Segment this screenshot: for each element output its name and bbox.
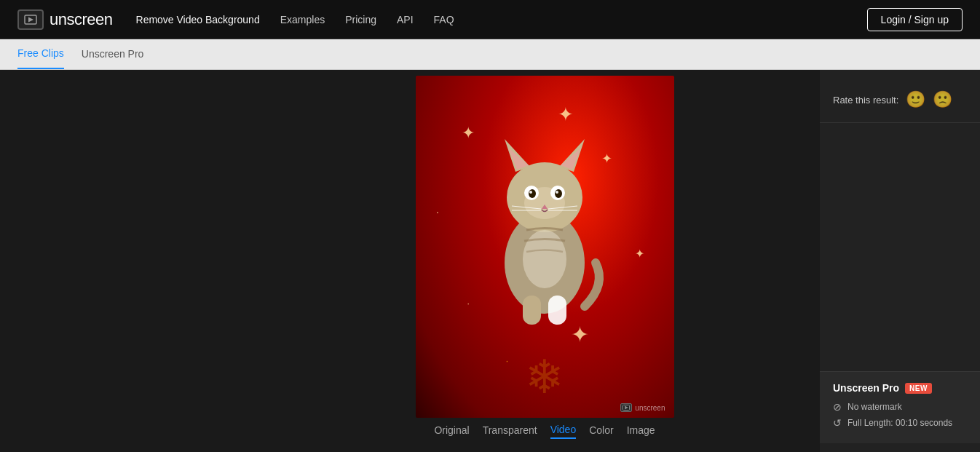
no-watermark-text: No watermark [847,402,902,412]
new-badge: NEW [905,383,932,394]
nav-link-pricing[interactable]: Pricing [345,14,376,25]
rate-section: Rate this result: 🙂 🙁 [820,79,980,123]
right-panel: Rate this result: 🙂 🙁 Unscreen Pro NEW ⊘… [820,70,980,452]
nav-link-remove-video[interactable]: Remove Video Background [136,14,260,25]
logo-icon [17,9,44,30]
video-container: ✦ ✦ ✦ · ✦ · ✦ · [416,76,674,418]
svg-point-11 [529,189,536,198]
pro-section: Unscreen Pro NEW ⊘ No watermark ↺ Full L… [820,371,980,443]
tab-image[interactable]: Image [627,424,655,438]
watermark-logo-icon [620,403,632,412]
navbar: unscreen Remove Video Background Example… [0,0,980,39]
full-length-text: Full Length: 00:10 seconds [847,418,952,428]
nav-link-faq[interactable]: FAQ [434,14,454,25]
nav-link-examples[interactable]: Examples [280,14,325,25]
right-inner: Rate this result: 🙂 🙁 Unscreen Pro NEW ⊘… [820,79,980,443]
snowflake-ornament: ❄ [525,350,564,404]
tab-transparent[interactable]: Transparent [483,424,537,438]
svg-rect-20 [523,296,541,325]
no-watermark-icon: ⊘ [833,401,842,413]
rate-sad-button[interactable]: 🙁 [933,90,952,109]
logo[interactable]: unscreen [17,9,113,30]
pro-feature-no-watermark: ⊘ No watermark [833,401,967,413]
center-panel: ✦ ✦ ✦ · ✦ · ✦ · [269,70,820,452]
rate-happy-button[interactable]: 🙂 [906,90,925,109]
watermark-text: unscreen [635,404,665,412]
sparkle-5: ✦ [635,247,644,261]
login-button[interactable]: Login / Sign up [867,8,963,31]
subnav-free-clips[interactable]: Free Clips [17,39,64,69]
rate-label: Rate this result: [833,95,898,106]
cat-image [472,110,617,343]
svg-marker-1 [28,17,33,22]
subnav-unscreen-pro[interactable]: Unscreen Pro [82,39,144,69]
sparkle-8: · [506,356,508,366]
nav-left: unscreen Remove Video Background Example… [17,9,454,30]
nav-links: Remove Video Background Examples Pricing… [136,14,454,25]
left-panel [0,70,269,452]
sparkle-6: · [467,298,470,309]
full-length-icon: ↺ [833,417,842,429]
svg-point-14 [556,191,558,194]
main-content: ✦ ✦ ✦ · ✦ · ✦ · [0,70,980,452]
tab-video[interactable]: Video [550,424,577,439]
tab-color[interactable]: Color [589,424,613,438]
svg-rect-21 [548,296,566,325]
logo-text: unscreen [50,10,113,29]
video-background: ✦ ✦ ✦ · ✦ · ✦ · [416,76,674,418]
watermark: unscreen [620,403,665,412]
pro-header: Unscreen Pro NEW [833,382,967,394]
pro-feature-full-length: ↺ Full Length: 00:10 seconds [833,417,967,429]
tab-original[interactable]: Original [434,424,469,438]
video-tab-bar: Original Transparent Video Color Image [434,424,655,439]
svg-point-12 [555,189,562,198]
nav-link-api[interactable]: API [397,14,414,25]
sparkle-4: · [436,206,439,218]
subnav: Free Clips Unscreen Pro [0,39,980,70]
rate-row: Rate this result: 🙂 🙁 [833,90,967,109]
svg-point-13 [529,191,532,194]
pro-title: Unscreen Pro [833,382,899,394]
